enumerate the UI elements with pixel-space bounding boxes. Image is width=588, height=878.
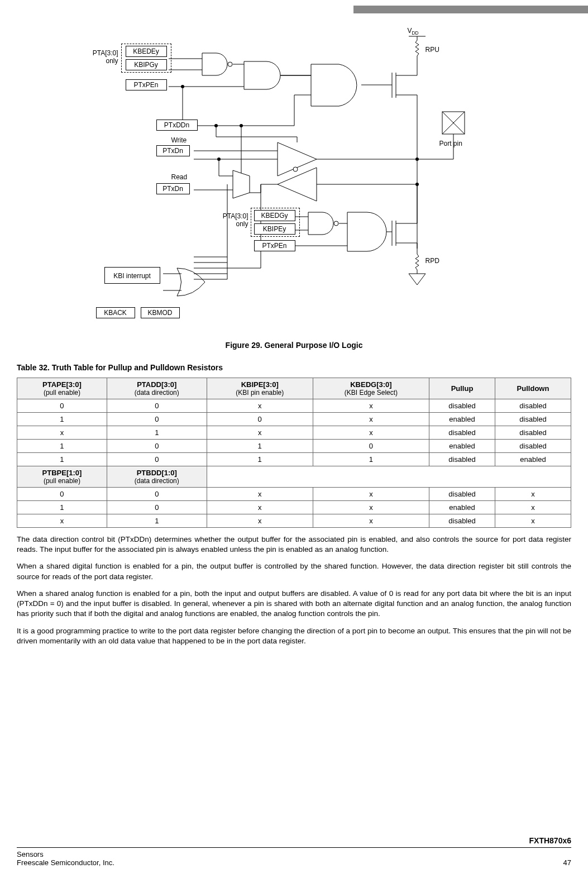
table-cell: x bbox=[313, 488, 429, 501]
footer-page: 47 bbox=[563, 858, 571, 867]
box-kbmod: KBMOD bbox=[141, 307, 180, 318]
paragraph: It is a good programming practice to wri… bbox=[17, 626, 571, 646]
box-kbipey: KBIPEy bbox=[254, 223, 295, 235]
box-ptxpen-lower: PTxPEn bbox=[254, 240, 295, 251]
table-cell: disabled bbox=[495, 426, 571, 440]
header-gray-bar bbox=[353, 6, 588, 13]
table-cell: disabled bbox=[429, 453, 495, 466]
footer-left1: Sensors bbox=[17, 850, 114, 858]
table-cell: 0 bbox=[107, 440, 207, 453]
table-cell: disabled bbox=[429, 514, 495, 528]
figure-caption: Figure 29. General Purpose I/O Logic bbox=[17, 341, 571, 350]
footer-product: FXTH870x6 bbox=[17, 836, 571, 845]
table-cell: 0 bbox=[17, 399, 107, 413]
footer-left2: Freescale Semiconductor, Inc. bbox=[17, 858, 114, 867]
label-write: Write bbox=[171, 136, 187, 144]
table-cell: 0 bbox=[107, 488, 207, 501]
table-cell: x bbox=[17, 514, 107, 528]
table-cell: 1 bbox=[17, 501, 107, 514]
gpio-logic-diagram: PTA[3:0]only KBEDEy KBIPGy PTxPEn PTxDDn… bbox=[82, 34, 506, 335]
truth-table: PTAPE[3:0](pull enable) PTADD[3:0](data … bbox=[17, 378, 571, 528]
table-cell: 1 bbox=[17, 453, 107, 466]
table-row: 1011disabledenabled bbox=[17, 453, 571, 466]
table-cell: enabled bbox=[429, 413, 495, 426]
table-cell: 1 bbox=[313, 453, 429, 466]
label-rpu: RPU bbox=[426, 46, 439, 54]
box-kback: KBACK bbox=[96, 307, 135, 318]
table-row: x1xxdisableddisabled bbox=[17, 426, 571, 440]
table-cell: 1 bbox=[107, 426, 207, 440]
paragraph: The data direction control bit (PTxDDn) … bbox=[17, 535, 571, 555]
th-kbipe: KBIPE[3:0](KBI pin enable) bbox=[207, 378, 313, 399]
th-ptadd: PTADD[3:0](data direction) bbox=[107, 378, 207, 399]
table-cell: x bbox=[207, 488, 313, 501]
paragraph: When a shared digital function is enable… bbox=[17, 561, 571, 581]
paragraph: When a shared analog function is enabled… bbox=[17, 589, 571, 619]
label-rpd: RPD bbox=[426, 257, 439, 265]
box-kbedgy: KBEDGy bbox=[254, 210, 295, 221]
table-cell: x bbox=[207, 514, 313, 528]
table-cell: 0 bbox=[313, 440, 429, 453]
table-cell: x bbox=[495, 514, 571, 528]
table-cell: 0 bbox=[107, 399, 207, 413]
table-cell: x bbox=[313, 399, 429, 413]
table-cell: disabled bbox=[429, 426, 495, 440]
table-row: 00xxdisableddisabled bbox=[17, 399, 571, 413]
page-footer: FXTH870x6 Sensors Freescale Semiconducto… bbox=[17, 836, 571, 867]
table-cell: x bbox=[313, 413, 429, 426]
table-cell: disabled bbox=[495, 440, 571, 453]
svg-point-50 bbox=[334, 221, 338, 226]
table-cell: 0 bbox=[17, 488, 107, 501]
subhead-blank bbox=[207, 466, 571, 488]
label-vdd: VDD bbox=[408, 27, 419, 36]
table-header-row: PTAPE[3:0](pull enable) PTADD[3:0](data … bbox=[17, 378, 571, 399]
table-cell: 0 bbox=[107, 413, 207, 426]
table-cell: enabled bbox=[495, 453, 571, 466]
svg-point-37 bbox=[293, 167, 298, 171]
label-pta-upper: PTA[3:0]only bbox=[85, 49, 118, 65]
table-cell: x bbox=[207, 426, 313, 440]
svg-point-0 bbox=[228, 62, 232, 66]
table-cell: disabled bbox=[495, 413, 571, 426]
table-cell: 1 bbox=[207, 440, 313, 453]
table-cell: x bbox=[495, 501, 571, 514]
table-cell: x bbox=[313, 426, 429, 440]
table-cell: x bbox=[313, 501, 429, 514]
table-cell: enabled bbox=[429, 501, 495, 514]
label-read: Read bbox=[171, 173, 188, 181]
table-cell: x bbox=[495, 488, 571, 501]
box-kbipgy: KBIPGy bbox=[126, 59, 167, 70]
body-text: The data direction control bit (PTxDDn) … bbox=[17, 535, 571, 646]
table-cell: 1 bbox=[207, 453, 313, 466]
table-cell: x bbox=[207, 399, 313, 413]
table-row: 1010enableddisabled bbox=[17, 440, 571, 453]
diagram-svg bbox=[82, 34, 506, 335]
footer-rule bbox=[17, 847, 571, 848]
table-cell: disabled bbox=[495, 399, 571, 413]
box-ptxddn: PTxDDn bbox=[156, 120, 198, 131]
table-row: 100xenableddisabled bbox=[17, 413, 571, 426]
box-kbedey: KBEDEy bbox=[126, 46, 167, 57]
table-cell: enabled bbox=[429, 440, 495, 453]
label-pta-lower: PTA[3:0]only bbox=[215, 212, 248, 228]
table-cell: 0 bbox=[107, 453, 207, 466]
table-cell: x bbox=[207, 501, 313, 514]
box-kbi-interrupt: KBI interrupt bbox=[104, 267, 160, 284]
table-cell: x bbox=[17, 426, 107, 440]
box-ptxdn-write: PTxDn bbox=[156, 145, 190, 156]
th-kbedg: KBEDG[3:0](KBI Edge Select) bbox=[313, 378, 429, 399]
th-ptbdd: PTBDD[1:0](data direction) bbox=[107, 466, 207, 488]
table-row: 10xxenabledx bbox=[17, 501, 571, 514]
th-pullup: Pullup bbox=[429, 378, 495, 399]
table-cell: 0 bbox=[207, 413, 313, 426]
label-port-pin: Port pin bbox=[439, 140, 462, 147]
table-cell: disabled bbox=[429, 399, 495, 413]
table-cell: disabled bbox=[429, 488, 495, 501]
table-cell: 1 bbox=[17, 440, 107, 453]
th-ptbpe: PTBPE[1:0](pull enable) bbox=[17, 466, 107, 488]
box-ptxpen-upper: PTxPEn bbox=[126, 79, 167, 90]
svg-point-48 bbox=[240, 124, 243, 127]
table-row: 00xxdisabledx bbox=[17, 488, 571, 501]
table-cell: 1 bbox=[17, 413, 107, 426]
box-ptxdn-read: PTxDn bbox=[156, 183, 190, 194]
